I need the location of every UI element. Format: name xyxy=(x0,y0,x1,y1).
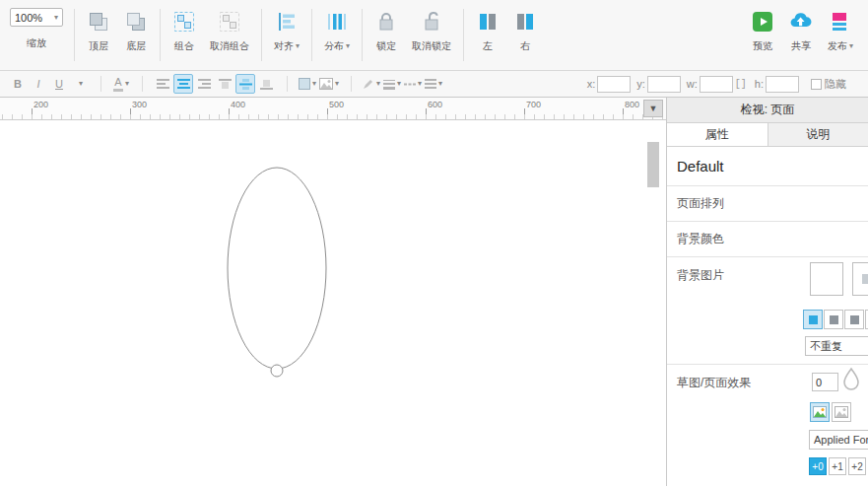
chevron-down-icon: ▾ xyxy=(296,42,300,50)
x-input[interactable] xyxy=(597,76,631,93)
vertical-scrollbar[interactable] xyxy=(647,120,659,486)
font-color-button[interactable]: A ▾ xyxy=(111,74,131,94)
bring-to-front-icon xyxy=(87,6,110,37)
y-input[interactable] xyxy=(647,76,681,93)
ungroup-button[interactable]: 取消组合 xyxy=(203,0,256,70)
chevron-down-icon: ▾ xyxy=(849,42,853,50)
y-label: y: xyxy=(636,78,645,90)
hide-toggle[interactable]: 隐藏 xyxy=(811,77,846,92)
tab-notes[interactable]: 说明 xyxy=(768,123,868,146)
share-button[interactable]: 共享 xyxy=(781,0,821,70)
align-text-left-button[interactable] xyxy=(153,74,172,94)
constrain-proportions-icon[interactable]: [] xyxy=(735,79,747,90)
align-left-edge-icon xyxy=(476,6,500,37)
underline-button[interactable]: U xyxy=(49,74,69,94)
color-sketch-button[interactable] xyxy=(810,402,830,422)
ruler-mark: 400 xyxy=(231,100,245,109)
format-separator xyxy=(351,76,352,92)
font-size-plus0-button[interactable]: +0 xyxy=(809,457,827,475)
chevron-down-icon: ▼ xyxy=(649,104,658,113)
design-canvas[interactable] xyxy=(0,120,666,486)
text-style-more-button[interactable]: ▾ xyxy=(70,74,90,94)
align-right-edge-icon xyxy=(513,6,537,37)
repeat-value: 不重复 xyxy=(810,339,842,354)
image-align-option-2[interactable] xyxy=(824,310,843,329)
align-square-icon xyxy=(809,315,818,324)
ruler-options-button[interactable]: ▼ xyxy=(643,100,663,117)
bold-button[interactable]: B xyxy=(8,74,28,94)
inspector-header: 检视: 页面 xyxy=(667,98,868,123)
w-label: w: xyxy=(687,78,698,90)
background-image-swatch[interactable] xyxy=(810,262,843,296)
horizontal-ruler[interactable]: 200 300 400 500 600 700 800 ▼ xyxy=(0,98,666,120)
align-button[interactable]: 对齐▾ xyxy=(267,0,306,70)
align-left-edge-button[interactable]: 左 xyxy=(469,0,506,70)
line-width-button[interactable]: ▾ xyxy=(382,74,402,94)
align-right-icon xyxy=(198,79,211,90)
circle-shape[interactable] xyxy=(271,365,283,377)
sketch-effect-icon[interactable] xyxy=(841,367,861,395)
image-align-option-3[interactable] xyxy=(844,310,864,329)
scrollbar-thumb[interactable] xyxy=(647,142,659,187)
font-size-plus2-button[interactable]: +2 xyxy=(848,457,866,475)
hide-checkbox xyxy=(811,79,822,90)
send-to-back-icon xyxy=(124,6,148,37)
ellipse-shape[interactable] xyxy=(228,168,326,369)
group-button[interactable]: 组合 xyxy=(166,0,203,70)
sketch-amount-input[interactable] xyxy=(812,373,838,391)
arrow-style-button[interactable]: ▾ xyxy=(424,74,443,94)
font-size-plus1-button[interactable]: +1 xyxy=(829,457,846,475)
toolbar-right-group: 预览 共享 发布▾ xyxy=(744,0,864,70)
import-image-button[interactable] xyxy=(852,262,868,296)
fill-color-button[interactable]: ▾ xyxy=(298,74,317,94)
w-input[interactable] xyxy=(700,76,733,93)
format-separator xyxy=(287,76,288,92)
background-color-label: 背景颜色 xyxy=(677,231,724,247)
geometry-fields: x: y: w: [] h: xyxy=(581,76,799,93)
ruler-mark: 300 xyxy=(132,100,147,109)
hide-label: 隐藏 xyxy=(825,77,846,92)
lock-button[interactable]: 锁定 xyxy=(367,0,405,70)
bring-to-front-button[interactable]: 顶层 xyxy=(80,0,117,70)
line-color-button[interactable]: ▾ xyxy=(362,74,381,94)
inspector-title: 检视: 页面 xyxy=(741,102,795,118)
align-right-edge-button[interactable]: 右 xyxy=(506,0,544,70)
align-text-right-button[interactable] xyxy=(194,74,214,94)
ungroup-icon xyxy=(218,6,241,37)
canvas-shapes xyxy=(0,120,666,486)
background-image-label: 背景图片 xyxy=(677,267,724,284)
chevron-down-icon: ▾ xyxy=(335,80,339,88)
h-input[interactable] xyxy=(766,76,799,93)
sketch-effects-label: 草图/页面效果 xyxy=(677,375,751,391)
align-text-center-button[interactable] xyxy=(173,74,193,94)
x-label: x: xyxy=(587,78,596,90)
font-color-icon: A xyxy=(113,77,123,92)
format-toolbar: B I U ▾ A ▾ ▾ xyxy=(0,71,868,98)
distribute-button[interactable]: 分布▾ xyxy=(317,0,357,70)
canvas-column: 200 300 400 500 600 700 800 ▼ xyxy=(0,98,667,486)
valign-bottom-button[interactable] xyxy=(256,74,276,94)
valign-top-icon xyxy=(219,79,232,90)
chevron-down-icon: ▾ xyxy=(346,42,350,50)
background-image-button[interactable]: ▾ xyxy=(318,74,340,94)
repeat-select[interactable]: 不重复 xyxy=(805,336,868,356)
share-label: 共享 xyxy=(791,39,811,53)
zoom-select[interactable]: 100% ▾ xyxy=(10,8,63,27)
line-style-button[interactable]: ▾ xyxy=(403,74,423,94)
valign-top-button[interactable] xyxy=(215,74,234,94)
tab-properties[interactable]: 属性 xyxy=(667,123,768,146)
unlock-button[interactable]: 取消锁定 xyxy=(405,0,458,70)
gray-sketch-button[interactable] xyxy=(832,402,851,422)
chevron-down-icon: ▾ xyxy=(376,80,380,88)
italic-button[interactable]: I xyxy=(29,74,48,94)
share-cloud-icon xyxy=(788,6,814,37)
sketch-font-select[interactable]: Applied For xyxy=(809,430,868,450)
valign-middle-button[interactable] xyxy=(235,74,255,94)
image-align-option-1[interactable] xyxy=(803,310,823,329)
publish-button[interactable]: 发布▾ xyxy=(821,0,860,70)
sketch-font-value: Applied For xyxy=(814,434,868,446)
preview-button[interactable]: 预览 xyxy=(744,0,781,70)
zoom-label: 缩放 xyxy=(27,36,46,50)
send-to-back-button[interactable]: 底层 xyxy=(117,0,155,70)
chevron-down-icon: ▾ xyxy=(438,80,442,88)
